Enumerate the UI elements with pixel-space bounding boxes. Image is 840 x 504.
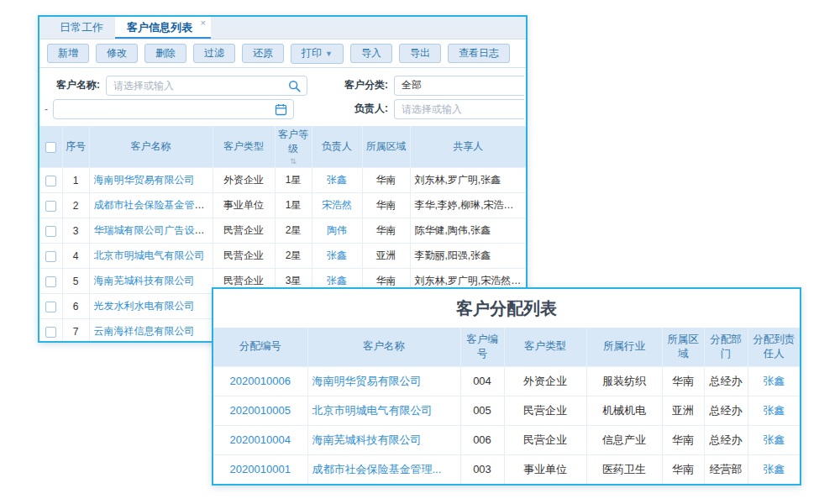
- customer-category-select[interactable]: [402, 80, 502, 92]
- cell-level: 1星: [275, 168, 312, 193]
- customer-category-label: 客户分类:: [333, 78, 388, 92]
- customer-allocation-panel: 客户分配列表 分配编号 客户名称 客户编号 客户类型 所属行业 所属区域 分配部…: [212, 287, 801, 486]
- tab-customer-info-list[interactable]: 客户信息列表 ×: [115, 17, 211, 39]
- table-header-row: 序号 客户名称 客户类型 客户等级 ⇅ 负责人 所属区域 共享人: [39, 126, 526, 168]
- search-icon[interactable]: [288, 80, 301, 92]
- tab-bar: 日常工作 客户信息列表 ×: [39, 17, 526, 39]
- cell-shared: 李勤丽,阳强,张鑫: [410, 244, 526, 269]
- print-button[interactable]: 打印▼: [291, 44, 344, 64]
- customer-name-label: 客户名称:: [45, 78, 100, 92]
- header-alloc-no: 分配编号: [213, 328, 307, 366]
- date-input-wrap: [53, 99, 294, 119]
- header-shared: 共享人: [410, 126, 526, 168]
- cell-dept: 总经办: [704, 366, 748, 396]
- customer-name-input[interactable]: [113, 80, 285, 92]
- customer-name-link[interactable]: 海南芜城科技有限公司: [94, 275, 195, 286]
- table-row: 2020010001 成都市社会保险基金管理... 003 事业单位 医药卫生 …: [213, 454, 800, 484]
- row-checkbox[interactable]: [45, 201, 56, 212]
- customer-name-link[interactable]: 海南明华贸易有限公司: [94, 174, 195, 186]
- cell-industry: 机械机电: [586, 396, 662, 425]
- cell-region: 亚洲: [662, 396, 704, 425]
- assignee-link[interactable]: 张鑫: [763, 375, 785, 387]
- customer-name-link[interactable]: 海南芜城科技有限公司: [312, 433, 422, 446]
- header-customer-name: 客户名称: [89, 126, 213, 168]
- table-row: 4 北京市明城电气有限公司 民营企业 2星 张鑫 亚洲 李勤丽,阳强,张鑫: [39, 244, 526, 269]
- cell-shared: 李华,李婷,柳琳,宋浩然,张鑫: [410, 193, 526, 218]
- add-button[interactable]: 新增: [47, 44, 89, 63]
- customer-name-link[interactable]: 海南明华贸易有限公司: [312, 375, 422, 387]
- cell-type: 事业单位: [504, 454, 586, 484]
- tab-daily-work[interactable]: 日常工作: [48, 17, 115, 39]
- edit-button[interactable]: 修改: [96, 44, 138, 63]
- header-customer-level[interactable]: 客户等级 ⇅: [275, 126, 312, 168]
- assignee-link[interactable]: 张鑫: [763, 404, 785, 417]
- customer-allocation-table: 分配编号 客户名称 客户编号 客户类型 所属行业 所属区域 分配部门 分配到责任…: [213, 328, 800, 485]
- toolbar: 新增 修改 删除 过滤 还原 打印▼ 导入 导出 查看日志: [39, 39, 526, 68]
- row-checkbox[interactable]: [45, 276, 56, 287]
- customer-name-link[interactable]: 光发水利水电有限公司: [94, 300, 195, 312]
- header-assignee: 分配到责任人: [748, 328, 800, 366]
- owner-link[interactable]: 陶伟: [327, 224, 347, 236]
- cell-level: 1星: [275, 193, 312, 218]
- cell-dept: 总经办: [704, 425, 748, 454]
- cell-seq: 4: [62, 244, 89, 269]
- cell-industry: 医药卫生: [586, 454, 662, 484]
- view-log-button[interactable]: 查看日志: [448, 44, 510, 63]
- row-checkbox[interactable]: [45, 176, 56, 186]
- customer-name-link[interactable]: 成都市社会保险基金管理...: [312, 463, 442, 475]
- customer-name-link[interactable]: 北京市明城电气有限公司: [312, 404, 433, 417]
- cell-customer-no: 006: [460, 425, 504, 454]
- cell-customer-no: 003: [460, 454, 504, 484]
- filter-button[interactable]: 过滤: [193, 44, 235, 63]
- cell-type: 民营企业: [504, 425, 586, 454]
- owner-input[interactable]: [402, 103, 502, 115]
- row-checkbox[interactable]: [45, 302, 56, 312]
- alloc-no-link[interactable]: 2020010006: [230, 375, 291, 387]
- header-customer-type: 客户类型: [504, 328, 586, 366]
- calendar-icon[interactable]: [275, 103, 287, 116]
- export-button[interactable]: 导出: [399, 44, 441, 63]
- select-all-checkbox[interactable]: [45, 142, 56, 153]
- alloc-no-link[interactable]: 2020010004: [230, 433, 291, 446]
- page-canvas: 日常工作 客户信息列表 × 新增 修改 删除 过滤 还原 打印▼ 导入 导出 查…: [0, 0, 840, 504]
- header-select-all: [39, 126, 62, 168]
- row-checkbox[interactable]: [45, 327, 56, 338]
- customer-name-link[interactable]: 华瑞城有限公司广告设计部: [94, 224, 213, 236]
- owner-link[interactable]: 张鑫: [327, 174, 347, 186]
- restore-button[interactable]: 还原: [242, 44, 284, 63]
- owner-link[interactable]: 张鑫: [327, 249, 347, 261]
- customer-category-select-wrap: [394, 76, 524, 96]
- cell-region: 华南: [362, 218, 410, 244]
- table-row: 2020010006 海南明华贸易有限公司 004 外资企业 服装纺织 华南 总…: [213, 366, 800, 396]
- row-checkbox[interactable]: [45, 251, 56, 262]
- cell-dept: 经营部: [704, 454, 748, 484]
- import-button[interactable]: 导入: [350, 44, 392, 63]
- owner-link[interactable]: 宋浩然: [322, 199, 352, 211]
- delete-button[interactable]: 删除: [144, 44, 186, 63]
- assignee-link[interactable]: 张鑫: [763, 463, 785, 475]
- cell-customer-no: 005: [460, 396, 504, 425]
- assignee-link[interactable]: 张鑫: [763, 433, 785, 446]
- tab-label: 客户信息列表: [127, 21, 192, 34]
- sort-icon[interactable]: ⇅: [278, 158, 309, 165]
- header-customer-no: 客户编号: [460, 328, 504, 366]
- cell-region: 华南: [662, 366, 704, 396]
- table-row: 3 华瑞城有限公司广告设计部 民营企业 2星 陶伟 华南 陈华健,陶伟,张鑫: [39, 218, 526, 244]
- chevron-down-icon: ▼: [325, 50, 333, 58]
- alloc-no-link[interactable]: 2020010001: [230, 463, 291, 475]
- customer-name-link[interactable]: 北京市明城电气有限公司: [94, 249, 205, 261]
- cell-level: 2星: [275, 244, 312, 269]
- customer-name-input-wrap: [106, 76, 307, 96]
- row-checkbox[interactable]: [45, 226, 56, 237]
- cell-level: 2星: [275, 218, 312, 244]
- header-customer-type: 客户类型: [213, 126, 275, 168]
- customer-name-link[interactable]: 云南海祥信息有限公司: [94, 325, 195, 337]
- filter-area: 客户名称: 客户分类: -: [39, 68, 526, 126]
- customer-name-link[interactable]: 成都市社会保险基金管理...: [94, 199, 213, 211]
- alloc-no-link[interactable]: 2020010005: [230, 404, 291, 417]
- date-input[interactable]: [60, 103, 271, 115]
- cell-type: 外资企业: [213, 168, 275, 193]
- close-icon[interactable]: ×: [201, 18, 206, 28]
- owner-label: 负责人:: [333, 102, 388, 116]
- owner-link[interactable]: 张鑫: [327, 275, 347, 286]
